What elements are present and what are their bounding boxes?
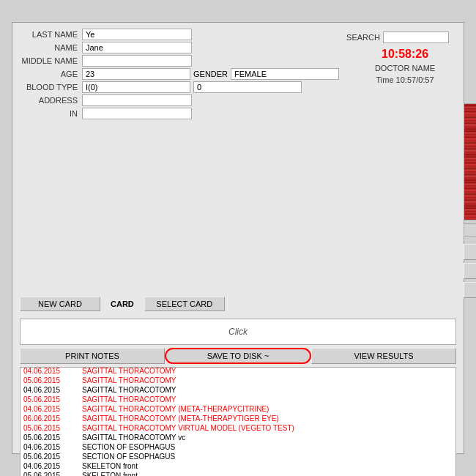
list-row[interactable]: 04.06.2015SAGITTAL THORACOTOMY (META-THE… xyxy=(21,404,455,414)
list-row-date: 05.06.2015 xyxy=(23,434,82,442)
time-info: Time 10:57/0:57 xyxy=(346,75,464,84)
gender-input[interactable] xyxy=(231,68,339,80)
middle-info-panel: SEARCH 10:58:26 DOCTOR NAME Time 10:57/0… xyxy=(346,29,464,292)
list-row-name: SAGITTAL THORACOTOMY xyxy=(82,376,453,384)
list-row-name: SAGITTAL THORACOTOMY xyxy=(82,395,453,404)
print-notes-button[interactable]: PRINT NOTES xyxy=(20,348,165,364)
search-input[interactable] xyxy=(383,31,449,43)
list-row-name: SECTION OF ESOPHAGUS xyxy=(82,453,453,461)
list-row[interactable]: 05.06.2015SAGITTAL THORACOTOMY vc xyxy=(21,433,455,442)
right-panel: Graphic RESEARCH PRESENT ANALYSIS ANALYS… xyxy=(464,103,476,298)
card-label: CARD xyxy=(111,297,134,311)
graphic-image-box xyxy=(464,103,476,220)
address-input[interactable] xyxy=(82,94,192,106)
list-row-date: 04.06.2015 xyxy=(23,462,82,470)
middle-name-input[interactable] xyxy=(82,55,192,67)
list-row[interactable]: 05.06.2015SAGITTAL THORACOTOMY VIRTUAL M… xyxy=(21,423,455,433)
time-display: 10:58:26 xyxy=(346,48,464,61)
list-row[interactable]: 05.06.2015SECTION OF ESOPHAGUS xyxy=(21,452,455,461)
blood-type-num-input[interactable] xyxy=(193,81,302,93)
select-card-button[interactable]: SELECT CARD xyxy=(144,297,225,311)
view-results-button[interactable]: VIEW RESULTS xyxy=(311,348,456,364)
list-row-name: SKELETON front xyxy=(82,472,453,476)
middle-name-label: MIDDLE NAME xyxy=(20,56,82,65)
in-label: IN xyxy=(20,109,82,118)
list-row-date: 05.06.2015 xyxy=(23,472,82,476)
list-row-date: 04.06.2015 xyxy=(23,443,82,451)
list-row-name: SAGITTAL THORACOTOMY (META-THERAPYCITRIN… xyxy=(82,405,453,413)
graphic-image xyxy=(464,104,476,220)
address-label: ADDRESS xyxy=(20,96,82,105)
list-row[interactable]: 04.06.2015SKELETON front xyxy=(21,461,455,471)
list-row-date: 05.06.2015 xyxy=(23,453,82,461)
list-row[interactable]: 04.06.2015SAGITTAL THORACOTOMY xyxy=(21,367,455,376)
click-text: Click xyxy=(228,327,248,337)
list-row-name: SAGITTAL THORACOTOMY (META-THERAPYTIGER … xyxy=(82,414,453,423)
list-row-name: SECTION OF ESOPHAGUS xyxy=(82,443,453,451)
blood-type-label: BLOOD TYPE xyxy=(20,83,82,92)
age-label: AGE xyxy=(20,70,82,78)
list-row-date: 04.06.2015 xyxy=(23,367,82,375)
list-row[interactable]: 04.06.2015SAGITTAL THORACOTOMY xyxy=(21,385,455,395)
list-row-name: SAGITTAL THORACOTOMY xyxy=(82,386,453,394)
list-row-date: 05.06.2015 xyxy=(23,395,82,404)
list-row[interactable]: 04.06.2015SECTION OF ESOPHAGUS xyxy=(21,442,455,452)
search-label: SEARCH xyxy=(346,33,380,42)
list-row[interactable]: 05.06.2015SAGITTAL THORACOTOMY xyxy=(21,376,455,385)
list-row-date: 05.06.2015 xyxy=(23,424,82,432)
list-row-date: 04.06.2015 xyxy=(23,405,82,413)
graphic-label: Graphic xyxy=(464,223,476,237)
right-action-buttons: RESEARCH PRESENT ANALYSIS ANALYSIS + xyxy=(464,244,476,298)
action-buttons-row: PRINT NOTES SAVE TO DISK ~ VIEW RESULTS xyxy=(12,348,464,367)
last-name-label: LAST NAME xyxy=(20,30,82,39)
blood-type-input[interactable] xyxy=(82,81,190,93)
list-row-name: SAGITTAL THORACOTOMY xyxy=(82,367,453,375)
list-row-name: SAGITTAL THORACOTOMY vc xyxy=(82,434,453,442)
analysis-plus-button[interactable]: ANALYSIS + xyxy=(464,282,476,298)
last-name-input[interactable] xyxy=(82,29,192,40)
list-row[interactable]: 05.06.2015SAGITTAL THORACOTOMY xyxy=(21,395,455,404)
name-label: NAME xyxy=(20,43,82,52)
list-row-date: 04.06.2015 xyxy=(23,386,82,394)
age-input[interactable] xyxy=(82,68,190,80)
save-to-disk-button[interactable]: SAVE TO DISK ~ xyxy=(165,348,311,364)
new-card-button[interactable]: NEW CARD xyxy=(20,297,100,311)
gender-label: GENDER xyxy=(193,70,228,78)
card-buttons-row: NEW CARD CARD SELECT CARD xyxy=(12,297,464,316)
list-row-name: SKELETON front xyxy=(82,462,453,470)
right-buttons-panel: EXIT DELETE FILE CARD DELETE RESEARCH DE… xyxy=(471,29,476,292)
list-row[interactable]: 05.06.2015SKELETON front xyxy=(21,471,455,476)
list-row[interactable]: 06.06.2015SAGITTAL THORACOTOMY (META-THE… xyxy=(21,414,455,423)
patient-info-panel: LAST NAME NAME MIDDLE NAME AGE GENDER BL… xyxy=(20,29,339,292)
research-button[interactable]: RESEARCH xyxy=(464,244,476,260)
click-text-area[interactable]: Click xyxy=(20,319,456,345)
name-input[interactable] xyxy=(82,42,192,53)
research-list[interactable]: DATE NAME OF RESEARCH 05.06.2015RACHIS, … xyxy=(20,367,456,476)
in-input[interactable] xyxy=(82,108,192,119)
present-analysis-button[interactable]: PRESENT ANALYSIS xyxy=(464,263,476,279)
list-row-date: 05.06.2015 xyxy=(23,376,82,384)
list-row-date: 06.06.2015 xyxy=(23,414,82,423)
list-row-name: SAGITTAL THORACOTOMY VIRTUAL MODEL (VEGE… xyxy=(82,424,453,432)
doctor-label: DOCTOR NAME xyxy=(346,64,464,72)
